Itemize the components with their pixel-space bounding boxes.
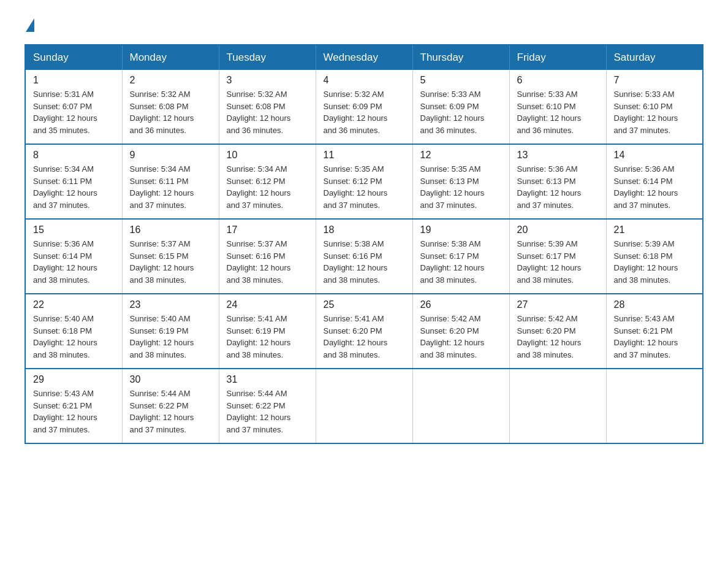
calendar-cell — [509, 369, 606, 443]
calendar-table: SundayMondayTuesdayWednesdayThursdayFrid… — [25, 44, 703, 444]
day-number: 23 — [130, 299, 211, 310]
calendar-cell: 13 Sunrise: 5:36 AMSunset: 6:13 PMDaylig… — [509, 144, 606, 219]
calendar-cell: 14 Sunrise: 5:36 AMSunset: 6:14 PMDaylig… — [606, 144, 703, 219]
calendar-week-row: 22 Sunrise: 5:40 AMSunset: 6:18 PMDaylig… — [25, 294, 703, 369]
calendar-cell: 4 Sunrise: 5:32 AMSunset: 6:09 PMDayligh… — [316, 70, 412, 144]
day-info: Sunrise: 5:34 AMSunset: 6:11 PMDaylight:… — [33, 163, 115, 211]
day-number: 15 — [33, 224, 115, 236]
calendar-header-thursday: Thursday — [412, 45, 509, 70]
day-info: Sunrise: 5:32 AMSunset: 6:08 PMDaylight:… — [227, 88, 308, 136]
calendar-cell: 27 Sunrise: 5:42 AMSunset: 6:20 PMDaylig… — [509, 294, 606, 369]
day-info: Sunrise: 5:41 AMSunset: 6:20 PMDaylight:… — [324, 313, 405, 361]
day-number: 12 — [420, 150, 502, 161]
day-number: 3 — [227, 75, 308, 86]
day-number: 7 — [614, 75, 696, 86]
calendar-cell: 30 Sunrise: 5:44 AMSunset: 6:22 PMDaylig… — [122, 369, 219, 443]
calendar-cell: 20 Sunrise: 5:39 AMSunset: 6:17 PMDaylig… — [509, 219, 606, 294]
day-info: Sunrise: 5:35 AMSunset: 6:12 PMDaylight:… — [324, 163, 405, 211]
day-number: 25 — [324, 299, 405, 310]
day-number: 22 — [33, 299, 115, 310]
day-number: 5 — [420, 75, 502, 86]
calendar-header-row: SundayMondayTuesdayWednesdayThursdayFrid… — [25, 45, 703, 70]
day-number: 20 — [517, 224, 599, 236]
day-info: Sunrise: 5:34 AMSunset: 6:12 PMDaylight:… — [227, 163, 308, 211]
day-number: 17 — [227, 224, 308, 236]
day-number: 4 — [324, 75, 405, 86]
calendar-cell: 10 Sunrise: 5:34 AMSunset: 6:12 PMDaylig… — [219, 144, 316, 219]
day-number: 1 — [33, 75, 115, 86]
calendar-cell: 5 Sunrise: 5:33 AMSunset: 6:09 PMDayligh… — [412, 70, 509, 144]
calendar-header-saturday: Saturday — [606, 45, 703, 70]
calendar-cell — [412, 369, 509, 443]
day-info: Sunrise: 5:44 AMSunset: 6:22 PMDaylight:… — [227, 388, 308, 435]
day-info: Sunrise: 5:35 AMSunset: 6:13 PMDaylight:… — [420, 163, 502, 211]
calendar-week-row: 8 Sunrise: 5:34 AMSunset: 6:11 PMDayligh… — [25, 144, 703, 219]
day-number: 19 — [420, 224, 502, 236]
calendar-cell: 24 Sunrise: 5:41 AMSunset: 6:19 PMDaylig… — [219, 294, 316, 369]
day-info: Sunrise: 5:42 AMSunset: 6:20 PMDaylight:… — [517, 313, 599, 361]
day-info: Sunrise: 5:36 AMSunset: 6:14 PMDaylight:… — [33, 238, 115, 286]
calendar-cell: 29 Sunrise: 5:43 AMSunset: 6:21 PMDaylig… — [25, 369, 122, 443]
calendar-cell: 18 Sunrise: 5:38 AMSunset: 6:16 PMDaylig… — [316, 219, 412, 294]
day-number: 18 — [324, 224, 405, 236]
calendar-cell: 9 Sunrise: 5:34 AMSunset: 6:11 PMDayligh… — [122, 144, 219, 219]
calendar-cell: 7 Sunrise: 5:33 AMSunset: 6:10 PMDayligh… — [606, 70, 703, 144]
calendar-cell — [316, 369, 412, 443]
calendar-cell: 1 Sunrise: 5:31 AMSunset: 6:07 PMDayligh… — [25, 70, 122, 144]
day-number: 6 — [517, 75, 599, 86]
calendar-week-row: 15 Sunrise: 5:36 AMSunset: 6:14 PMDaylig… — [25, 219, 703, 294]
day-number: 30 — [130, 374, 211, 385]
day-info: Sunrise: 5:39 AMSunset: 6:17 PMDaylight:… — [517, 238, 599, 286]
day-info: Sunrise: 5:34 AMSunset: 6:11 PMDaylight:… — [130, 163, 211, 211]
calendar-week-row: 1 Sunrise: 5:31 AMSunset: 6:07 PMDayligh… — [25, 70, 703, 144]
calendar-header-monday: Monday — [122, 45, 219, 70]
day-number: 24 — [227, 299, 308, 310]
day-info: Sunrise: 5:38 AMSunset: 6:16 PMDaylight:… — [324, 238, 405, 286]
logo-triangle-icon — [26, 18, 34, 32]
day-number: 11 — [324, 150, 405, 161]
calendar-cell: 26 Sunrise: 5:42 AMSunset: 6:20 PMDaylig… — [412, 294, 509, 369]
calendar-cell: 12 Sunrise: 5:35 AMSunset: 6:13 PMDaylig… — [412, 144, 509, 219]
day-number: 27 — [517, 299, 599, 310]
day-number: 2 — [130, 75, 211, 86]
day-number: 14 — [614, 150, 696, 161]
calendar-header-friday: Friday — [509, 45, 606, 70]
calendar-cell: 25 Sunrise: 5:41 AMSunset: 6:20 PMDaylig… — [316, 294, 412, 369]
day-info: Sunrise: 5:33 AMSunset: 6:10 PMDaylight:… — [517, 88, 599, 136]
calendar-cell: 2 Sunrise: 5:32 AMSunset: 6:08 PMDayligh… — [122, 70, 219, 144]
day-info: Sunrise: 5:37 AMSunset: 6:15 PMDaylight:… — [130, 238, 211, 286]
day-info: Sunrise: 5:41 AMSunset: 6:19 PMDaylight:… — [227, 313, 308, 361]
day-info: Sunrise: 5:37 AMSunset: 6:16 PMDaylight:… — [227, 238, 308, 286]
day-info: Sunrise: 5:42 AMSunset: 6:20 PMDaylight:… — [420, 313, 502, 361]
day-info: Sunrise: 5:33 AMSunset: 6:10 PMDaylight:… — [614, 88, 696, 136]
calendar-cell: 6 Sunrise: 5:33 AMSunset: 6:10 PMDayligh… — [509, 70, 606, 144]
calendar-header-sunday: Sunday — [25, 45, 122, 70]
calendar-header-tuesday: Tuesday — [219, 45, 316, 70]
day-info: Sunrise: 5:36 AMSunset: 6:13 PMDaylight:… — [517, 163, 599, 211]
calendar-week-row: 29 Sunrise: 5:43 AMSunset: 6:21 PMDaylig… — [25, 369, 703, 443]
day-info: Sunrise: 5:31 AMSunset: 6:07 PMDaylight:… — [33, 88, 115, 136]
calendar-cell: 8 Sunrise: 5:34 AMSunset: 6:11 PMDayligh… — [25, 144, 122, 219]
calendar-cell: 22 Sunrise: 5:40 AMSunset: 6:18 PMDaylig… — [25, 294, 122, 369]
day-number: 13 — [517, 150, 599, 161]
day-info: Sunrise: 5:32 AMSunset: 6:09 PMDaylight:… — [324, 88, 405, 136]
day-number: 21 — [614, 224, 696, 236]
calendar-cell: 19 Sunrise: 5:38 AMSunset: 6:17 PMDaylig… — [412, 219, 509, 294]
calendar-cell: 28 Sunrise: 5:43 AMSunset: 6:21 PMDaylig… — [606, 294, 703, 369]
day-number: 10 — [227, 150, 308, 161]
calendar-header-wednesday: Wednesday — [316, 45, 412, 70]
day-number: 9 — [130, 150, 211, 161]
day-info: Sunrise: 5:40 AMSunset: 6:18 PMDaylight:… — [33, 313, 115, 361]
day-number: 16 — [130, 224, 211, 236]
day-info: Sunrise: 5:33 AMSunset: 6:09 PMDaylight:… — [420, 88, 502, 136]
day-info: Sunrise: 5:44 AMSunset: 6:22 PMDaylight:… — [130, 388, 211, 435]
day-info: Sunrise: 5:39 AMSunset: 6:18 PMDaylight:… — [614, 238, 696, 286]
day-number: 28 — [614, 299, 696, 310]
day-info: Sunrise: 5:38 AMSunset: 6:17 PMDaylight:… — [420, 238, 502, 286]
calendar-cell: 17 Sunrise: 5:37 AMSunset: 6:16 PMDaylig… — [219, 219, 316, 294]
calendar-cell: 11 Sunrise: 5:35 AMSunset: 6:12 PMDaylig… — [316, 144, 412, 219]
page-header — [25, 18, 703, 32]
calendar-cell: 21 Sunrise: 5:39 AMSunset: 6:18 PMDaylig… — [606, 219, 703, 294]
day-number: 31 — [227, 374, 308, 385]
day-info: Sunrise: 5:36 AMSunset: 6:14 PMDaylight:… — [614, 163, 696, 211]
